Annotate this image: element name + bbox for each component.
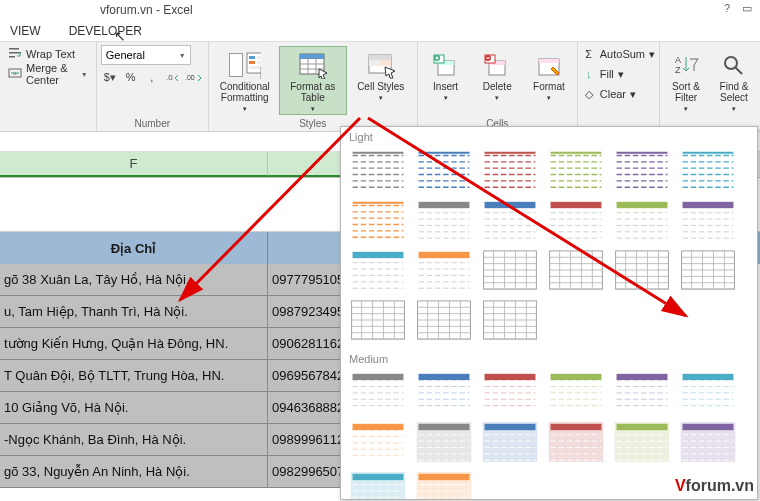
table-style-option[interactable] xyxy=(479,419,541,465)
table-style-option[interactable] xyxy=(677,247,739,293)
table-style-option[interactable] xyxy=(545,369,607,415)
table-style-option[interactable] xyxy=(347,147,409,193)
svg-text:A: A xyxy=(675,55,681,65)
svg-rect-250 xyxy=(485,374,536,380)
table-style-option[interactable] xyxy=(677,419,739,465)
fill-down-icon: ↓ xyxy=(582,68,596,80)
table-style-option[interactable] xyxy=(347,419,409,465)
cell-address[interactable]: T Quân Đội, Bộ TLTT, Trung Hòa, HN. xyxy=(0,360,268,392)
tab-view[interactable]: VIEW xyxy=(0,22,55,40)
cell-address[interactable]: tường Kiến Hưng, Quận Hà Đông, HN. xyxy=(0,328,268,360)
merge-center-button[interactable]: a Merge & Center ▼ xyxy=(4,64,92,84)
tab-developer[interactable]: DEVELOPER xyxy=(55,22,156,40)
autosum-button[interactable]: ΣAutoSum ▾ xyxy=(582,44,655,64)
table-style-option[interactable] xyxy=(413,369,475,415)
svg-rect-259 xyxy=(485,406,536,412)
svg-rect-238 xyxy=(419,374,470,380)
table-style-option[interactable] xyxy=(545,247,607,293)
sigma-icon: Σ xyxy=(582,48,596,60)
insert-button[interactable]: Insert▾ xyxy=(420,46,472,115)
table-style-option[interactable] xyxy=(677,369,739,415)
clear-button[interactable]: ◇Clear ▾ xyxy=(582,84,655,104)
table-style-option[interactable] xyxy=(611,197,673,243)
ribbon-options-icon[interactable]: ▭ xyxy=(742,2,752,15)
comma-button[interactable]: , xyxy=(143,66,162,88)
merge-icon: a xyxy=(8,66,22,82)
find-select-button[interactable]: Find & Select▾ xyxy=(710,46,758,115)
svg-rect-121 xyxy=(617,202,668,208)
gallery-light-label: Light xyxy=(341,127,757,145)
increase-decimal-button[interactable]: .0 xyxy=(164,66,183,88)
cell-styles-button[interactable]: Cell Styles▾ xyxy=(347,46,415,115)
sort-filter-button[interactable]: AZ Sort & Filter▾ xyxy=(662,46,710,115)
svg-rect-263 xyxy=(551,380,602,386)
conditional-formatting-button[interactable]: Conditional Formatting▾ xyxy=(211,46,279,115)
svg-rect-251 xyxy=(485,380,536,386)
table-style-option[interactable] xyxy=(413,469,475,500)
table-style-option[interactable] xyxy=(413,247,475,293)
table-style-option[interactable] xyxy=(413,297,475,343)
svg-rect-281 xyxy=(617,399,668,405)
svg-rect-9 xyxy=(249,61,255,64)
svg-rect-142 xyxy=(419,252,470,258)
format-as-table-button[interactable]: Format as Table▾ xyxy=(279,46,347,115)
cell-address[interactable]: gõ 33, Nguyễn An Ninh, Hà Nội. xyxy=(0,456,268,488)
table-style-option[interactable] xyxy=(479,297,541,343)
wrap-text-button[interactable]: Wrap Text xyxy=(4,44,92,64)
table-style-option[interactable] xyxy=(611,419,673,465)
svg-rect-271 xyxy=(551,406,602,412)
cell-address[interactable]: -Ngọc Khánh, Ba Đình, Hà Nội. xyxy=(0,424,268,456)
svg-rect-279 xyxy=(617,393,668,399)
chevron-down-icon: ▼ xyxy=(179,52,190,59)
gallery-medium-label: Medium xyxy=(341,349,757,367)
table-style-option[interactable] xyxy=(611,247,673,293)
svg-rect-269 xyxy=(551,399,602,405)
cell-address[interactable]: u, Tam Hiệp, Thanh Trì, Hà Nội. xyxy=(0,296,268,328)
currency-button[interactable]: $ ▾ xyxy=(101,66,120,88)
svg-rect-293 xyxy=(683,399,734,405)
table-style-option[interactable] xyxy=(413,147,475,193)
table-style-option[interactable] xyxy=(479,147,541,193)
svg-rect-287 xyxy=(683,380,734,386)
svg-rect-233 xyxy=(353,399,404,405)
svg-rect-241 xyxy=(419,387,470,393)
table-style-option[interactable] xyxy=(677,197,739,243)
table-style-option[interactable] xyxy=(413,419,475,465)
svg-text:.00: .00 xyxy=(185,74,195,81)
table-style-option[interactable] xyxy=(347,297,409,343)
table-style-option[interactable] xyxy=(611,147,673,193)
svg-rect-38 xyxy=(539,59,559,63)
help-icon[interactable]: ? xyxy=(724,2,730,15)
svg-rect-291 xyxy=(683,393,734,399)
svg-rect-239 xyxy=(419,380,470,386)
header-address[interactable]: Địa Chỉ xyxy=(0,232,268,264)
table-style-option[interactable] xyxy=(347,247,409,293)
table-style-option[interactable] xyxy=(479,247,541,293)
table-style-option[interactable] xyxy=(545,147,607,193)
svg-rect-1 xyxy=(9,52,21,54)
number-format-select[interactable]: General ▼ xyxy=(101,45,191,65)
svg-rect-275 xyxy=(617,380,668,386)
cell-address[interactable]: 10 Giảng Võ, Hà Nội. xyxy=(0,392,268,424)
delete-button[interactable]: Delete▾ xyxy=(471,46,523,115)
table-style-option[interactable] xyxy=(545,197,607,243)
decrease-decimal-button[interactable]: .00 xyxy=(185,66,204,88)
format-button[interactable]: Format▾ xyxy=(523,46,575,115)
cell-address[interactable]: gõ 38 Xuân La, Tây Hồ, Hà Nội. xyxy=(0,264,268,296)
table-style-option[interactable] xyxy=(545,419,607,465)
table-style-option[interactable] xyxy=(347,197,409,243)
svg-rect-8 xyxy=(249,56,255,59)
fill-button[interactable]: ↓Fill ▾ xyxy=(582,64,655,84)
table-style-option[interactable] xyxy=(347,469,409,500)
svg-rect-100 xyxy=(419,202,470,208)
table-style-option[interactable] xyxy=(479,197,541,243)
table-style-option[interactable] xyxy=(479,369,541,415)
ribbon: Wrap Text a Merge & Center ▼ General ▼ $… xyxy=(0,42,760,132)
table-style-option[interactable] xyxy=(611,369,673,415)
ribbon-tabs: VIEW DEVELOPER ↖ xyxy=(0,20,760,42)
table-style-option[interactable] xyxy=(413,197,475,243)
table-style-option[interactable] xyxy=(677,147,739,193)
table-style-option[interactable] xyxy=(347,369,409,415)
percent-button[interactable]: % xyxy=(122,66,141,88)
column-header-F[interactable]: F xyxy=(0,152,268,177)
